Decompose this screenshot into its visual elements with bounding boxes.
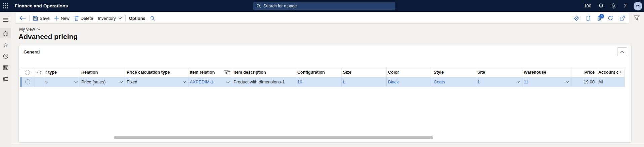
- funnel-icon: [634, 15, 640, 21]
- cell-item-description[interactable]: Product with dimensions-1: [232, 77, 296, 87]
- general-section: General r type Relation: [18, 45, 632, 143]
- power-platform-diamond-icon[interactable]: [574, 15, 579, 21]
- column-header-style[interactable]: Style: [432, 68, 476, 77]
- user-avatar[interactable]: YS: [634, 2, 642, 10]
- toolbar-divider: [29, 15, 30, 21]
- open-in-new-window-icon[interactable]: [619, 15, 625, 21]
- app-title[interactable]: Finance and Operations: [15, 3, 68, 8]
- grid-header-row: r type Relation Price calculation type I…: [20, 68, 625, 77]
- chevron-down-icon[interactable]: [118, 81, 123, 83]
- new-button[interactable]: New: [54, 16, 70, 21]
- cell-style[interactable]: Coats: [432, 77, 476, 87]
- back-button[interactable]: [19, 16, 26, 21]
- refresh-column[interactable]: [35, 68, 44, 77]
- save-button[interactable]: Save: [33, 16, 50, 21]
- delete-label: Delete: [81, 16, 93, 21]
- global-search-input[interactable]: Search for a page: [253, 2, 395, 10]
- notifications-bell-icon[interactable]: [598, 3, 604, 9]
- grid-empty-area: [20, 87, 625, 136]
- plus-icon: [54, 16, 59, 21]
- column-header-price-calculation-type[interactable]: Price calculation type: [125, 68, 188, 77]
- delete-button[interactable]: Delete: [74, 16, 93, 21]
- filter-pane-button[interactable]: [629, 13, 644, 21]
- dynamics-office-icon[interactable]: [586, 15, 591, 21]
- cell-price-calculation-type[interactable]: Fixed: [125, 77, 188, 87]
- cell-color[interactable]: Black: [387, 77, 432, 87]
- chevron-up-icon: [620, 51, 624, 53]
- cell-site[interactable]: 1: [476, 77, 522, 87]
- sidebar-item-recent[interactable]: [0, 51, 11, 61]
- refresh-icon[interactable]: [608, 15, 613, 21]
- cell-order-type[interactable]: s: [44, 77, 80, 87]
- sidebar-item-workspaces[interactable]: [0, 63, 11, 73]
- column-header-warehouse[interactable]: Warehouse: [522, 68, 571, 77]
- new-label: New: [61, 16, 70, 21]
- chevron-down-icon[interactable]: [515, 81, 520, 83]
- sidebar-item-modules[interactable]: [0, 74, 11, 84]
- inventory-label: Inventory: [98, 16, 116, 21]
- workspace-window-icon: [3, 65, 8, 70]
- attachments-paperclip-icon[interactable]: 0: [597, 15, 601, 21]
- sidebar-item-home[interactable]: [0, 28, 11, 38]
- scrollbar-thumb[interactable]: [114, 136, 433, 139]
- cell-size[interactable]: L: [342, 77, 387, 87]
- select-all-radio[interactable]: [25, 70, 30, 75]
- column-header-item-relation[interactable]: Item relation: [188, 68, 232, 77]
- column-header-price[interactable]: Price: [571, 68, 597, 77]
- search-icon: [256, 4, 261, 8]
- sidebar-item-menu[interactable]: [0, 15, 11, 25]
- cell-relation[interactable]: Price (sales): [80, 77, 125, 87]
- grid-row-selected[interactable]: s Price (sales) Fixed AXPEDIM-1: [20, 77, 625, 87]
- toolbar-divider: [125, 15, 126, 21]
- column-header-item-description[interactable]: Item description: [232, 68, 296, 77]
- column-header-configuration[interactable]: Configuration: [296, 68, 342, 77]
- search-placeholder: Search for a page: [263, 4, 297, 8]
- star-icon: ☆: [3, 42, 8, 48]
- column-options-kebab-icon[interactable]: ⋮: [618, 70, 623, 75]
- chevron-down-icon[interactable]: [181, 81, 186, 83]
- cell-configuration[interactable]: 10: [296, 77, 342, 87]
- column-header-relation[interactable]: Relation: [80, 68, 125, 77]
- left-navigation: ☆: [0, 12, 11, 147]
- bottom-divider: [11, 145, 644, 145]
- column-header-site[interactable]: Site: [476, 68, 522, 77]
- sidebar-item-favorites[interactable]: ☆: [0, 40, 11, 50]
- filter-sort-icon: [224, 70, 230, 75]
- back-arrow-icon: [19, 16, 26, 21]
- page-title: Advanced pricing: [18, 33, 644, 41]
- column-header-color[interactable]: Color: [387, 68, 432, 77]
- top-bar: Finance and Operations Search for a page…: [0, 0, 644, 12]
- chevron-down-icon: [37, 28, 41, 30]
- toolbar-search-button[interactable]: [150, 16, 155, 21]
- collapse-section-button[interactable]: [617, 47, 627, 56]
- cell-item-relation[interactable]: AXPEDIM-1: [188, 77, 232, 87]
- hamburger-icon: [3, 18, 8, 22]
- options-menu-button[interactable]: Options: [129, 16, 145, 21]
- chevron-down-icon[interactable]: [564, 81, 569, 83]
- app-launcher-button[interactable]: [0, 0, 11, 12]
- cell-price[interactable]: 19.00: [571, 77, 597, 87]
- help-icon[interactable]: ?: [624, 3, 627, 9]
- refresh-icon: [37, 70, 41, 75]
- chevron-down-icon[interactable]: [73, 81, 78, 83]
- select-all-column[interactable]: [20, 68, 35, 77]
- attachment-count-badge: 0: [599, 14, 604, 19]
- column-header-size[interactable]: Size: [342, 68, 387, 77]
- chevron-down-icon[interactable]: [225, 81, 230, 83]
- pricing-grid: r type Relation Price calculation type I…: [20, 68, 625, 140]
- topbar-actions: 100 ? YS: [584, 0, 642, 12]
- column-header-account[interactable]: Account c ⋮: [597, 68, 625, 77]
- settings-gear-icon[interactable]: [611, 3, 616, 9]
- row-select-radio[interactable]: [25, 79, 30, 84]
- cell-account[interactable]: All: [597, 77, 625, 87]
- save-icon: [33, 16, 38, 21]
- inventory-menu-button[interactable]: Inventory: [98, 16, 122, 21]
- chevron-down-icon: [118, 17, 122, 19]
- row-select-cell[interactable]: [22, 77, 35, 87]
- view-selector[interactable]: My view: [19, 27, 644, 32]
- environment-counter[interactable]: 100: [584, 3, 591, 8]
- horizontal-scrollbar[interactable]: [20, 136, 625, 140]
- cell-warehouse[interactable]: 11: [522, 77, 571, 87]
- item-relation-link[interactable]: AXPEDIM-1: [190, 79, 213, 84]
- column-header-order-type[interactable]: r type: [44, 68, 80, 77]
